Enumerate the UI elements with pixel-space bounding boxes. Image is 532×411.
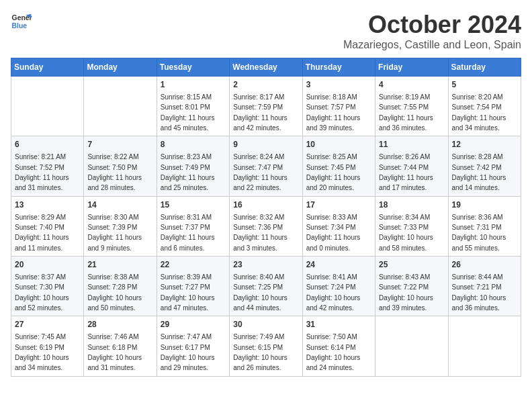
- day-number: 9: [233, 139, 298, 150]
- day-info: Sunrise: 8:40 AMSunset: 7:25 PMDaylight:…: [233, 273, 287, 312]
- day-number: 2: [233, 79, 298, 91]
- day-info: Sunrise: 8:18 AMSunset: 7:57 PMDaylight:…: [306, 93, 361, 132]
- day-info: Sunrise: 8:25 AMSunset: 7:45 PMDaylight:…: [306, 153, 361, 191]
- day-number: 26: [452, 259, 517, 271]
- day-info: Sunrise: 8:38 AMSunset: 7:28 PMDaylight:…: [87, 273, 142, 312]
- day-info: Sunrise: 8:33 AMSunset: 7:34 PMDaylight:…: [306, 214, 361, 252]
- day-cell: [448, 316, 521, 376]
- day-cell: 18Sunrise: 8:34 AMSunset: 7:33 PMDayligh…: [375, 196, 448, 256]
- day-info: Sunrise: 8:19 AMSunset: 7:55 PMDaylight:…: [379, 93, 433, 132]
- day-number: 7: [87, 139, 152, 150]
- day-number: 16: [233, 199, 298, 211]
- day-cell: 21Sunrise: 8:38 AMSunset: 7:28 PMDayligh…: [84, 257, 157, 316]
- day-info: Sunrise: 8:29 AMSunset: 7:40 PMDaylight:…: [15, 214, 69, 252]
- day-number: 11: [379, 139, 444, 150]
- day-info: Sunrise: 8:44 AMSunset: 7:21 PMDaylight:…: [452, 273, 506, 312]
- day-number: 4: [379, 79, 444, 91]
- week-row-2: 13Sunrise: 8:29 AMSunset: 7:40 PMDayligh…: [11, 196, 521, 256]
- day-cell: 3Sunrise: 8:18 AMSunset: 7:57 PMDaylight…: [302, 77, 375, 136]
- day-info: Sunrise: 8:34 AMSunset: 7:33 PMDaylight:…: [379, 214, 433, 252]
- page-header: General Blue October 2024 Mazariegos, Ca…: [11, 11, 521, 51]
- day-cell: 26Sunrise: 8:44 AMSunset: 7:21 PMDayligh…: [448, 257, 521, 316]
- day-number: 23: [233, 259, 298, 271]
- location-title: Mazariegos, Castille and Leon, Spain: [343, 39, 521, 51]
- day-cell: 31Sunrise: 7:50 AMSunset: 6:14 PMDayligh…: [302, 316, 375, 376]
- header-day-tuesday: Tuesday: [157, 58, 229, 77]
- day-info: Sunrise: 8:17 AMSunset: 7:59 PMDaylight:…: [233, 93, 287, 132]
- day-cell: [375, 316, 448, 376]
- week-row-0: 1Sunrise: 8:15 AMSunset: 8:01 PMDaylight…: [11, 77, 521, 136]
- header-day-wednesday: Wednesday: [230, 58, 302, 77]
- day-info: Sunrise: 8:20 AMSunset: 7:54 PMDaylight:…: [452, 93, 506, 132]
- day-info: Sunrise: 8:39 AMSunset: 7:27 PMDaylight:…: [161, 273, 215, 312]
- day-cell: 6Sunrise: 8:21 AMSunset: 7:52 PMDaylight…: [11, 136, 84, 196]
- day-cell: [11, 77, 84, 136]
- day-info: Sunrise: 8:43 AMSunset: 7:22 PMDaylight:…: [379, 273, 433, 312]
- header-day-thursday: Thursday: [302, 58, 375, 77]
- day-number: 19: [452, 199, 517, 211]
- svg-text:Blue: Blue: [12, 22, 28, 30]
- day-number: 22: [161, 259, 226, 271]
- header-day-monday: Monday: [84, 58, 157, 77]
- header-row: SundayMondayTuesdayWednesdayThursdayFrid…: [11, 58, 521, 77]
- day-info: Sunrise: 8:37 AMSunset: 7:30 PMDaylight:…: [15, 273, 69, 312]
- day-info: Sunrise: 8:32 AMSunset: 7:36 PMDaylight:…: [233, 214, 287, 252]
- day-cell: 11Sunrise: 8:26 AMSunset: 7:44 PMDayligh…: [375, 136, 448, 196]
- day-cell: 28Sunrise: 7:46 AMSunset: 6:18 PMDayligh…: [84, 316, 157, 376]
- day-info: Sunrise: 8:36 AMSunset: 7:31 PMDaylight:…: [452, 214, 506, 252]
- day-cell: 1Sunrise: 8:15 AMSunset: 8:01 PMDaylight…: [157, 77, 229, 136]
- day-number: 31: [306, 319, 371, 330]
- week-row-1: 6Sunrise: 8:21 AMSunset: 7:52 PMDaylight…: [11, 136, 521, 196]
- day-number: 10: [306, 139, 371, 150]
- day-cell: 13Sunrise: 8:29 AMSunset: 7:40 PMDayligh…: [11, 196, 84, 256]
- day-number: 24: [306, 259, 371, 271]
- day-number: 14: [87, 199, 152, 211]
- logo-icon: General Blue: [11, 11, 32, 32]
- day-info: Sunrise: 7:50 AMSunset: 6:14 PMDaylight:…: [306, 333, 361, 371]
- day-cell: 10Sunrise: 8:25 AMSunset: 7:45 PMDayligh…: [302, 136, 375, 196]
- day-info: Sunrise: 7:47 AMSunset: 6:17 PMDaylight:…: [161, 333, 215, 371]
- day-number: 1: [161, 79, 226, 91]
- day-number: 6: [15, 139, 80, 150]
- logo: General Blue: [11, 11, 32, 32]
- day-number: 17: [306, 199, 371, 211]
- day-cell: [84, 77, 157, 136]
- week-row-4: 27Sunrise: 7:45 AMSunset: 6:19 PMDayligh…: [11, 316, 521, 376]
- header-day-friday: Friday: [375, 58, 448, 77]
- day-cell: 19Sunrise: 8:36 AMSunset: 7:31 PMDayligh…: [448, 196, 521, 256]
- day-info: Sunrise: 7:49 AMSunset: 6:15 PMDaylight:…: [233, 333, 287, 371]
- day-number: 30: [233, 319, 298, 330]
- day-info: Sunrise: 8:15 AMSunset: 8:01 PMDaylight:…: [161, 93, 215, 132]
- day-number: 29: [161, 319, 226, 330]
- day-info: Sunrise: 7:46 AMSunset: 6:18 PMDaylight:…: [87, 333, 142, 371]
- week-row-3: 20Sunrise: 8:37 AMSunset: 7:30 PMDayligh…: [11, 257, 521, 316]
- day-cell: 8Sunrise: 8:23 AMSunset: 7:49 PMDaylight…: [157, 136, 229, 196]
- day-number: 13: [15, 199, 80, 211]
- day-number: 27: [15, 319, 80, 330]
- header-day-sunday: Sunday: [11, 58, 84, 77]
- day-cell: 9Sunrise: 8:24 AMSunset: 7:47 PMDaylight…: [230, 136, 302, 196]
- day-cell: 12Sunrise: 8:28 AMSunset: 7:42 PMDayligh…: [448, 136, 521, 196]
- day-info: Sunrise: 8:24 AMSunset: 7:47 PMDaylight:…: [233, 153, 287, 191]
- calendar-table: SundayMondayTuesdayWednesdayThursdayFrid…: [11, 58, 521, 377]
- day-cell: 5Sunrise: 8:20 AMSunset: 7:54 PMDaylight…: [448, 77, 521, 136]
- day-cell: 30Sunrise: 7:49 AMSunset: 6:15 PMDayligh…: [230, 316, 302, 376]
- day-cell: 17Sunrise: 8:33 AMSunset: 7:34 PMDayligh…: [302, 196, 375, 256]
- day-info: Sunrise: 8:41 AMSunset: 7:24 PMDaylight:…: [306, 273, 361, 312]
- day-cell: 2Sunrise: 8:17 AMSunset: 7:59 PMDaylight…: [230, 77, 302, 136]
- day-info: Sunrise: 8:22 AMSunset: 7:50 PMDaylight:…: [87, 153, 142, 191]
- day-cell: 25Sunrise: 8:43 AMSunset: 7:22 PMDayligh…: [375, 257, 448, 316]
- month-title: October 2024: [343, 11, 521, 39]
- day-cell: 22Sunrise: 8:39 AMSunset: 7:27 PMDayligh…: [157, 257, 229, 316]
- header-day-saturday: Saturday: [448, 58, 521, 77]
- day-cell: 29Sunrise: 7:47 AMSunset: 6:17 PMDayligh…: [157, 316, 229, 376]
- day-cell: 20Sunrise: 8:37 AMSunset: 7:30 PMDayligh…: [11, 257, 84, 316]
- day-info: Sunrise: 8:21 AMSunset: 7:52 PMDaylight:…: [15, 153, 69, 191]
- day-number: 15: [161, 199, 226, 211]
- day-number: 25: [379, 259, 444, 271]
- day-info: Sunrise: 8:23 AMSunset: 7:49 PMDaylight:…: [161, 153, 215, 191]
- day-number: 21: [87, 259, 152, 271]
- day-info: Sunrise: 7:45 AMSunset: 6:19 PMDaylight:…: [15, 333, 69, 371]
- day-cell: 14Sunrise: 8:30 AMSunset: 7:39 PMDayligh…: [84, 196, 157, 256]
- day-number: 5: [452, 79, 517, 91]
